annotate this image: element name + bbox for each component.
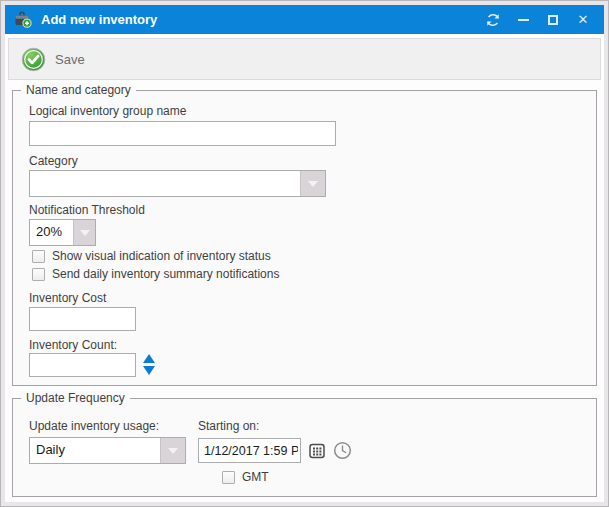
starting-on-label: Starting on:	[198, 419, 259, 433]
category-dropdown[interactable]	[29, 170, 326, 197]
maximize-icon	[548, 15, 558, 25]
inventory-count-label: Inventory Count:	[29, 338, 117, 352]
chevron-down-icon	[168, 448, 178, 454]
chevron-down-icon	[80, 230, 90, 236]
titlebar: Add new inventory ✕	[5, 5, 604, 34]
inventory-cost-input[interactable]	[29, 307, 136, 331]
daily-summary-checkbox-row: Send daily inventory summary notificatio…	[32, 267, 279, 281]
save-check-icon	[21, 47, 46, 72]
usage-dropdown-button[interactable]	[160, 438, 185, 463]
time-picker-button[interactable]	[332, 440, 352, 460]
group-legend: Update Frequency	[21, 391, 130, 406]
visual-indication-checkbox[interactable]	[32, 250, 45, 263]
gmt-checkbox-row: GMT	[222, 470, 269, 484]
group-legend: Name and category	[21, 83, 136, 98]
toolbar: Save	[8, 38, 601, 80]
threshold-value: 20%	[30, 220, 73, 245]
visual-indication-label: Show visual indication of inventory stat…	[52, 249, 271, 263]
category-dropdown-button[interactable]	[300, 171, 325, 196]
refresh-button[interactable]	[478, 5, 508, 34]
daily-summary-checkbox[interactable]	[32, 268, 45, 281]
inventory-count-spinner[interactable]	[143, 354, 155, 375]
visual-indication-checkbox-row: Show visual indication of inventory stat…	[32, 249, 271, 263]
dialog-body: Save Name and category Logical inventory…	[5, 34, 604, 502]
group-name-label: Logical inventory group name	[29, 104, 186, 118]
minimize-icon	[518, 19, 529, 21]
window-controls: ✕	[478, 5, 598, 34]
refresh-icon	[486, 13, 500, 27]
group-name-input[interactable]	[29, 121, 336, 146]
starting-on-input[interactable]	[198, 438, 301, 463]
daily-summary-label: Send daily inventory summary notificatio…	[52, 267, 279, 281]
calendar-picker-button[interactable]	[308, 441, 327, 460]
clock-icon	[333, 441, 352, 460]
save-button-label: Save	[55, 52, 85, 67]
group-update-frequency: Update Frequency Update inventory usage:…	[12, 398, 597, 497]
maximize-button[interactable]	[538, 5, 568, 34]
usage-label: Update inventory usage:	[29, 419, 159, 433]
save-button[interactable]: Save	[19, 45, 95, 74]
window-title: Add new inventory	[41, 12, 478, 27]
inventory-count-input[interactable]	[29, 353, 136, 377]
dialog-window: Add new inventory ✕	[0, 0, 609, 507]
threshold-dropdown-button[interactable]	[73, 220, 95, 245]
minimize-button[interactable]	[508, 5, 538, 34]
chevron-down-icon	[308, 181, 318, 187]
threshold-dropdown[interactable]: 20%	[29, 219, 96, 246]
threshold-label: Notification Threshold	[29, 203, 145, 217]
usage-dropdown[interactable]: Daily	[29, 437, 186, 464]
group-name-and-category: Name and category Logical inventory grou…	[12, 90, 597, 386]
gmt-checkbox[interactable]	[222, 471, 235, 484]
category-label: Category	[29, 154, 78, 168]
close-icon: ✕	[578, 13, 589, 26]
usage-value: Daily	[30, 438, 160, 463]
category-value	[30, 171, 300, 196]
inventory-add-icon	[14, 11, 33, 28]
calendar-icon	[309, 443, 326, 459]
inventory-cost-label: Inventory Cost	[29, 291, 106, 305]
spinner-down-icon[interactable]	[143, 366, 155, 375]
close-button[interactable]: ✕	[568, 5, 598, 34]
gmt-label: GMT	[242, 470, 269, 484]
spinner-up-icon[interactable]	[143, 354, 155, 363]
